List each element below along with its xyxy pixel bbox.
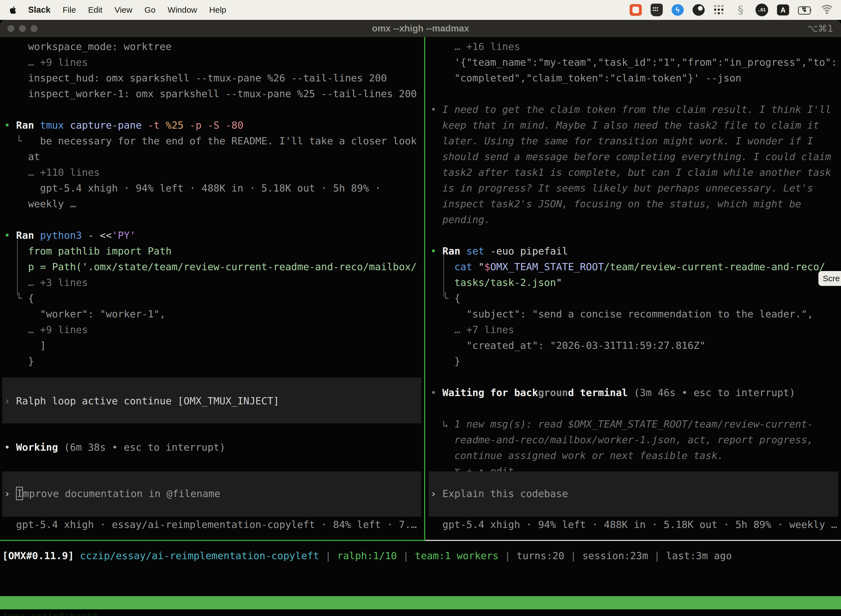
text-segment: tmux	[40, 119, 64, 131]
terminal-row	[0, 212, 424, 227]
screen-tooltip: Scre	[818, 271, 841, 286]
text-segment: from pathlib import Path	[4, 245, 171, 257]
apple-menu-icon[interactable]	[8, 4, 18, 15]
text-segment: -euo pipefail	[484, 245, 568, 257]
text-segment	[201, 119, 208, 131]
pane-divider[interactable]	[424, 37, 425, 540]
terminal-row: }	[426, 353, 841, 369]
dots-grid-icon[interactable]	[714, 5, 726, 15]
terminal-row: "worker": "worker-1",	[0, 306, 424, 322]
prompt-input[interactable]: › Explain this codebase	[426, 486, 841, 502]
text-segment: ›	[4, 395, 16, 406]
text-segment	[460, 245, 466, 257]
menu-item-file[interactable]: File	[63, 5, 76, 15]
text-segment: ]	[4, 340, 46, 351]
terminal-row: … +9 lines	[0, 54, 424, 70]
text-segment: … +110 lines	[4, 167, 100, 178]
terminal-row: └ be necessary for the end of the README…	[0, 133, 424, 149]
terminal-row: ↳ 1 new msg(s): read $OMX_TEAM_STATE_ROO…	[426, 416, 841, 432]
pane-bottom-border-right	[425, 540, 841, 541]
pie-circle-icon[interactable]	[693, 4, 705, 16]
text-segment: keep that in mind. Maybe I also need the…	[431, 119, 819, 131]
blue-badge-icon[interactable]: ϟ	[672, 4, 684, 16]
text-segment: •	[4, 230, 16, 241]
ralph-loop-status: › Ralph loop active continue [OMX_TMUX_I…	[0, 393, 424, 409]
terminal-row: tasks/task-2.json"	[426, 274, 841, 290]
screen: SlackFileEditViewGoWindowHelp ϟ§..61A↯ o…	[0, 0, 841, 616]
window-title-bar: omx --xhigh --madmax ⌥⌘1	[0, 20, 841, 37]
text-segment: }	[4, 355, 34, 367]
text-segment	[34, 230, 40, 241]
terminal-row: task2 after task1 is complete, but can I…	[426, 164, 841, 180]
menu-item-window[interactable]: Window	[168, 5, 197, 15]
window-title: omx --xhigh --madmax	[0, 23, 841, 34]
terminal-row: keep that in mind. Maybe I also need the…	[426, 117, 841, 133]
text-segment: "completed","claim_token":"claim-token"}…	[431, 72, 741, 84]
text-segment: gpt-5.4 xhigh · essay/ai-reimplementatio…	[4, 519, 417, 530]
text-segment: should send a message before completing …	[431, 151, 831, 162]
text-segment: inspect task2's JSON, focusing on the st…	[431, 198, 801, 210]
wifi-icon[interactable]	[820, 5, 834, 15]
percent-badge-icon[interactable]: ..61	[756, 4, 768, 16]
text-segment: be necessary for the end of the README. …	[22, 135, 417, 147]
text-segment: •	[431, 245, 442, 257]
terminal-row: • I need to get the claim token from the…	[426, 101, 841, 117]
terminal-row: └ {	[426, 290, 841, 306]
terminal-row: weekly …	[0, 196, 424, 212]
menu-item-edit[interactable]: Edit	[88, 5, 103, 15]
terminal-row: inspect_hud: omx sparkshell --tmux-pane …	[0, 70, 424, 86]
terminal-row: cat "$OMX_TEAM_STATE_ROOT/team/review-cu…	[426, 259, 841, 274]
text-segment: Working	[16, 441, 58, 453]
terminal-row: • Ran python3 - <<'PY'	[0, 227, 424, 243]
text-segment: ralph:1/10	[337, 550, 397, 561]
text-segment: at	[4, 151, 40, 162]
text-segment: |	[498, 550, 517, 561]
text-segment: Ran	[16, 230, 34, 241]
text-segment: readme-and-reco/mailbox/worker-1.json, a…	[431, 434, 813, 446]
terminal-row: • Ran tmux capture-pane -t %25 -p -S -80	[0, 117, 424, 133]
text-segment	[142, 119, 148, 131]
battery-charging-icon[interactable]: ↯	[798, 6, 811, 13]
text-segment: |	[648, 550, 666, 561]
hook-icon[interactable]: §	[734, 3, 747, 16]
prompt-input[interactable]: › Improve documentation in @filename	[0, 486, 424, 502]
menu-item-slack[interactable]: Slack	[28, 5, 50, 15]
text-segment: capture-pane	[70, 119, 142, 131]
terminal-row	[426, 400, 841, 416]
text-segment: (6m 38s • esc to interrupt)	[58, 441, 226, 453]
text-segment	[34, 119, 40, 131]
text-segment: ›	[4, 488, 16, 499]
chat-app-icon[interactable]	[630, 4, 642, 16]
text-segment: gpt-5.4 xhigh · 94% left · 488K in · 5.1…	[431, 519, 837, 530]
terminal-row: pending.	[426, 212, 841, 227]
text-segment: inspect_worker-1: omx sparkshell --tmux-…	[4, 88, 417, 99]
terminal-row	[426, 369, 841, 385]
terminal-pane-left: workspace_mode: worktree … +9 lines insp…	[0, 37, 424, 540]
text-segment: (3m 46s • esc to interrupt)	[628, 387, 795, 398]
text-segment: •	[431, 387, 442, 398]
terminal-row: readme-and-reco/mailbox/worker-1.json, a…	[426, 432, 841, 448]
output-guide-line	[17, 240, 18, 295]
terminal-row: from pathlib import Path	[0, 243, 424, 259]
menu-item-view[interactable]: View	[114, 5, 132, 15]
password-shield-icon[interactable]	[651, 4, 663, 16]
terminal-row: • Ran set -euo pipefail	[426, 243, 841, 259]
menu-item-go[interactable]: Go	[145, 5, 155, 15]
terminal-row: "created_at": "2026-03-31T11:59:27.816Z"	[426, 337, 841, 353]
text-segment: set	[466, 245, 484, 257]
text-segment: Waiting for back	[442, 387, 538, 398]
text-segment: cczip/essay/ai-reimplementation-copyleft	[80, 550, 319, 561]
text-segment: -S	[208, 119, 219, 131]
text-segment: d terminal	[568, 387, 628, 398]
terminal-row: inspect task2's JSON, focusing on the st…	[426, 196, 841, 212]
text-segment: $	[484, 261, 490, 273]
menu-bar: SlackFileEditViewGoWindowHelp ϟ§..61A↯	[0, 0, 841, 20]
text-segment: continue assigned work or next feasible …	[431, 450, 724, 461]
tmux-window-label[interactable]: [omx-cczip0:bash*	[2, 609, 98, 616]
menu-item-help[interactable]: Help	[209, 5, 226, 15]
text-segment: [OMX#0.11.9]	[2, 550, 74, 561]
terminal-row	[0, 101, 424, 117]
input-source-icon[interactable]: A	[777, 4, 789, 15]
text-segment: mprove documentation in @filename	[23, 488, 220, 499]
text-segment: -t	[148, 119, 160, 131]
